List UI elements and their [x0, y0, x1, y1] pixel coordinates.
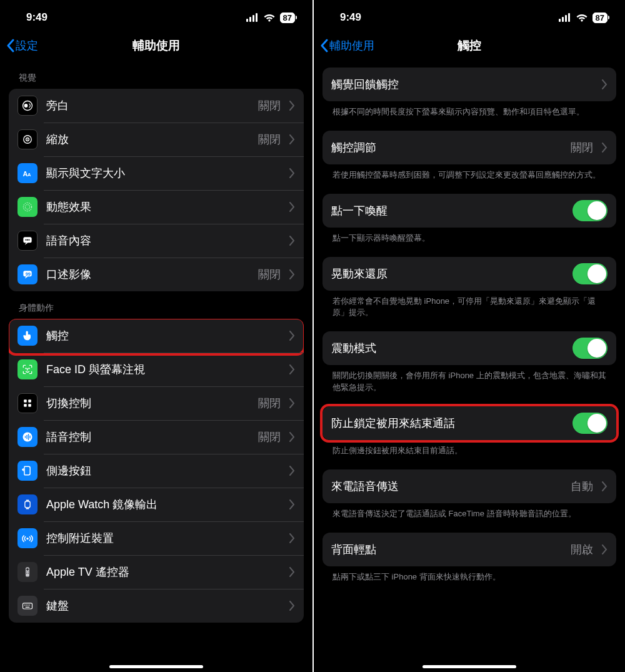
- row-value: 關閉: [258, 429, 281, 444]
- svg-rect-31: [26, 500, 29, 501]
- row-voiceover[interactable]: 旁白 關閉: [9, 89, 304, 123]
- chevron-right-icon: [602, 143, 608, 153]
- footer-tap-to-wake: 點一下顯示器時喚醒螢幕。: [322, 228, 616, 248]
- svg-rect-3: [256, 13, 258, 22]
- row-motion[interactable]: 動態效果: [9, 190, 304, 224]
- svg-point-12: [25, 204, 30, 209]
- svg-rect-29: [29, 436, 30, 439]
- sidebtn-icon: [18, 461, 38, 481]
- status-bar: 9:49 87: [314, 0, 625, 30]
- row-shake-to-undo[interactable]: 晃動來還原: [322, 257, 616, 291]
- watch-icon: [18, 494, 38, 514]
- svg-rect-49: [568, 13, 570, 22]
- row-call-audio-routing[interactable]: 來電語音傳送 自動: [322, 469, 616, 503]
- row-value: 關閉: [258, 396, 281, 411]
- svg-rect-27: [26, 435, 27, 439]
- svg-text:99: 99: [26, 271, 31, 277]
- svg-point-36: [26, 571, 27, 572]
- footer-prevent-lock: 防止側邊按鈕被用來結束目前通話。: [322, 440, 616, 461]
- row-label: 背面輕點: [331, 542, 562, 557]
- status-time: 9:49: [340, 11, 361, 24]
- row-label: 切換控制: [46, 396, 249, 411]
- row-label: 顯示與文字大小: [46, 166, 281, 181]
- svg-rect-44: [29, 604, 30, 605]
- chevron-right-icon: [289, 168, 295, 178]
- row-vibration[interactable]: 震動模式: [322, 331, 616, 365]
- row-zoom[interactable]: 縮放 關閉: [9, 123, 304, 156]
- row-label: 動態效果: [46, 199, 281, 214]
- svg-rect-23: [24, 404, 27, 407]
- row-control-nearby[interactable]: 控制附近裝置: [9, 521, 304, 555]
- row-display-text-size[interactable]: AA 顯示與文字大小: [9, 156, 304, 190]
- status-indicators: 87: [246, 13, 295, 23]
- row-label: 晃動來還原: [331, 266, 564, 281]
- footer-call-audio-routing: 來電語音傳送決定了電話通話或 FaceTime 語音時聆聽音訊的位置。: [322, 503, 616, 524]
- svg-point-33: [26, 538, 28, 539]
- row-keyboards[interactable]: 鍵盤: [9, 589, 304, 623]
- chevron-right-icon: [289, 466, 295, 476]
- cellular-icon: [559, 13, 571, 22]
- row-label: Face ID 與螢幕注視: [46, 362, 281, 377]
- chevron-right-icon: [289, 567, 295, 577]
- home-indicator[interactable]: [109, 665, 203, 668]
- toggle-shake-to-undo[interactable]: [572, 263, 608, 284]
- home-indicator[interactable]: [422, 665, 516, 668]
- row-tap-to-wake[interactable]: 點一下喚醒: [322, 194, 616, 228]
- row-voice-control[interactable]: 語音控制 關閉: [9, 420, 304, 454]
- row-label: 口述影像: [46, 267, 249, 282]
- toggle-prevent-lock-end-call[interactable]: [572, 413, 608, 434]
- wifi-icon: [263, 13, 276, 22]
- chevron-right-icon: [602, 544, 608, 554]
- svg-rect-1: [249, 17, 251, 22]
- toggle-tap-to-wake[interactable]: [572, 200, 608, 221]
- back-button[interactable]: 設定: [5, 36, 39, 56]
- row-label: 語音內容: [46, 233, 281, 248]
- row-back-tap[interactable]: 背面輕點 開啟: [322, 533, 616, 566]
- row-audio-descriptions[interactable]: 99 口述影像 關閉: [9, 258, 304, 291]
- svg-rect-0: [246, 19, 248, 22]
- toggle-vibration[interactable]: [572, 338, 608, 359]
- row-side-button[interactable]: 側邊按鈕: [9, 454, 304, 488]
- cellular-icon: [246, 13, 259, 22]
- svg-rect-45: [26, 607, 30, 608]
- row-apple-watch[interactable]: Apple Watch 鏡像輸出: [9, 488, 304, 521]
- nav-bar: 設定 輔助使用: [0, 30, 312, 61]
- row-label: 震動模式: [331, 341, 564, 356]
- settings-scroll[interactable]: 視覺 旁白 關閉 縮放 關閉 AA: [0, 61, 312, 672]
- svg-point-16: [28, 239, 29, 241]
- chevron-right-icon: [289, 601, 295, 611]
- keyboard-icon: [18, 596, 38, 616]
- chevron-right-icon: [289, 398, 295, 408]
- svg-rect-42: [26, 604, 27, 605]
- row-value: 自動: [571, 479, 593, 494]
- row-label: 語音控制: [46, 429, 249, 444]
- group-shake-to-undo: 晃動來還原: [322, 257, 616, 291]
- chevron-right-icon: [289, 236, 295, 246]
- row-label: 防止鎖定被用來結束通話: [331, 416, 564, 431]
- chevron-right-icon: [289, 269, 295, 279]
- speech-icon: [18, 231, 38, 251]
- row-faceid[interactable]: Face ID 與螢幕注視: [9, 353, 304, 386]
- status-time: 9:49: [26, 11, 48, 24]
- row-prevent-lock-end-call[interactable]: 防止鎖定被用來結束通話: [322, 406, 616, 440]
- footer-vibration: 關閉此切換開關後，會停用所有 iPhone 上的震動模式，包含地震、海嘯和其他緊…: [322, 365, 616, 398]
- row-switch-control[interactable]: 切換控制 關閉: [9, 386, 304, 420]
- touch-scroll[interactable]: 觸覺回饋觸控 根據不同的時間長度按下螢幕來顯示內容預覽、動作和項目特色選單。 觸…: [314, 61, 625, 672]
- group-vibration: 震動模式: [322, 331, 616, 365]
- row-touch[interactable]: 觸控: [9, 319, 304, 353]
- svg-rect-26: [25, 436, 26, 438]
- svg-point-14: [25, 239, 26, 241]
- row-apple-tv-remote[interactable]: Apple TV 遙控器: [9, 555, 304, 589]
- row-spoken-content[interactable]: 語音內容: [9, 224, 304, 258]
- switch-icon: [18, 393, 38, 413]
- group-back-tap: 背面輕點 開啟: [322, 533, 616, 566]
- page-title: 輔助使用: [0, 38, 312, 54]
- back-button[interactable]: 輔助使用: [319, 36, 376, 56]
- svg-rect-46: [559, 19, 561, 22]
- svg-rect-48: [565, 15, 567, 22]
- row-haptic-touch[interactable]: 觸覺回饋觸控: [322, 68, 616, 101]
- chevron-right-icon: [289, 364, 295, 374]
- svg-rect-24: [28, 404, 31, 407]
- group-call-audio-routing: 來電語音傳送 自動: [322, 469, 616, 503]
- row-touch-accommodations[interactable]: 觸控調節 關閉: [322, 131, 616, 164]
